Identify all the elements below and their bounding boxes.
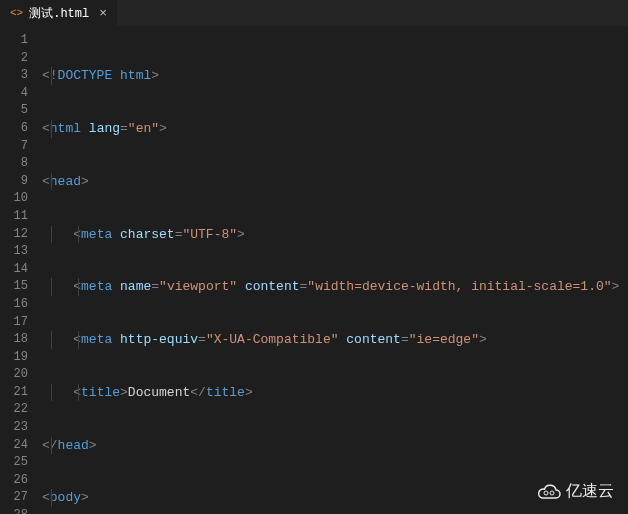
code-line: <html lang="en">	[42, 120, 628, 138]
code-content[interactable]: <!DOCTYPE html> <html lang="en"> <head> …	[42, 26, 628, 514]
watermark-text: 亿速云	[566, 481, 614, 502]
line-number: 24	[0, 437, 28, 455]
line-number: 4	[0, 85, 28, 103]
line-number: 6	[0, 120, 28, 138]
tab-filename: 测试.html	[29, 5, 89, 22]
line-number: 7	[0, 138, 28, 156]
line-number: 28	[0, 507, 28, 514]
tab-bar: <> 测试.html ×	[0, 0, 628, 26]
line-number: 26	[0, 472, 28, 490]
line-number: 22	[0, 401, 28, 419]
line-number: 18	[0, 331, 28, 349]
html-file-icon: <>	[10, 7, 23, 19]
line-number: 25	[0, 454, 28, 472]
line-number: 16	[0, 296, 28, 314]
line-number: 1	[0, 32, 28, 50]
code-line: </head>	[42, 437, 628, 455]
svg-point-1	[550, 491, 554, 495]
line-number: 27	[0, 489, 28, 507]
watermark: 亿速云	[536, 481, 614, 502]
line-number: 13	[0, 243, 28, 261]
line-number: 5	[0, 102, 28, 120]
line-number: 23	[0, 419, 28, 437]
line-number: 9	[0, 173, 28, 191]
code-line: <meta name="viewport" content="width=dev…	[42, 278, 628, 296]
line-number-gutter: 1 2 3 4 5 6 7 8 9 10 11 12 13 14 15 16 1…	[0, 26, 42, 514]
svg-point-0	[544, 491, 548, 495]
tab-active[interactable]: <> 测试.html ×	[0, 0, 117, 26]
line-number: 19	[0, 349, 28, 367]
line-number: 15	[0, 278, 28, 296]
close-icon[interactable]: ×	[95, 6, 107, 21]
code-line: <!DOCTYPE html>	[42, 67, 628, 85]
line-number: 11	[0, 208, 28, 226]
line-number: 20	[0, 366, 28, 384]
editor[interactable]: 1 2 3 4 5 6 7 8 9 10 11 12 13 14 15 16 1…	[0, 26, 628, 514]
cloud-icon	[536, 483, 562, 501]
code-line: <head>	[42, 173, 628, 191]
line-number: 12	[0, 226, 28, 244]
line-number: 21	[0, 384, 28, 402]
code-line: <meta http-equiv="X-UA-Compatible" conte…	[42, 331, 628, 349]
line-number: 8	[0, 155, 28, 173]
code-line: <meta charset="UTF-8">	[42, 226, 628, 244]
line-number: 2	[0, 50, 28, 68]
code-line: <title>Document</title>	[42, 384, 628, 402]
line-number: 14	[0, 261, 28, 279]
line-number: 10	[0, 190, 28, 208]
line-number: 17	[0, 314, 28, 332]
line-number: 3	[0, 67, 28, 85]
